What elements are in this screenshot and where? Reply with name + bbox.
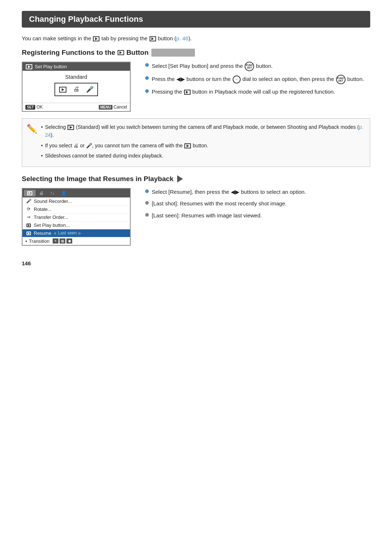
note-box: ✏️ Selecting (Standard) will let you swi… [22, 118, 370, 167]
dial-icon: ○ [233, 75, 241, 83]
section1-heading: Registering Functions to the Button [22, 49, 370, 57]
tab-user: 👤 [58, 190, 69, 196]
menu-row-setplay: Set Play button... [23, 221, 130, 229]
bullet-item: Select [Set Play button] and press the F… [145, 62, 370, 71]
menu-row-resume: Resume ◀ Last seen ▶ [23, 229, 130, 237]
trans-icon-solid: ◼ [66, 238, 72, 244]
intro-text: You can make settings in the tab by pres… [22, 34, 370, 43]
section1-camera-ui: Set Play button Standard 🖨 🎤 SET OK [22, 62, 134, 112]
func-btn-icon2: FUNCSET [336, 75, 346, 84]
icon-print: 🖨 [73, 86, 79, 93]
note-item: Selecting (Standard) will let you switch… [41, 123, 364, 139]
bullet-dot [145, 201, 149, 205]
tab-print: 🖨 [36, 190, 46, 196]
menu-label: Transition [29, 238, 50, 244]
camera-header-play-icon [26, 64, 32, 69]
intro-ref[interactable]: p. 46 [176, 35, 188, 41]
play-inline2 [184, 143, 191, 148]
bullet-text: Press the ◀▶ buttons or turn the ○ dial … [152, 75, 364, 84]
play-tab-icon [93, 36, 99, 41]
note-text: Slideshows cannot be started during inde… [45, 152, 163, 160]
bullet-text: Select [Set Play button] and press the F… [152, 62, 273, 71]
rotate-icon: ⟳ [25, 207, 32, 212]
menu-badge: MENU [99, 105, 112, 110]
right-arrow: ▶ [78, 231, 81, 236]
camera-box-body: Standard 🖨 🎤 [23, 71, 130, 103]
section1-content: Set Play button Standard 🖨 🎤 SET OK [22, 62, 370, 112]
camera-standard-label: Standard [26, 74, 126, 80]
sub-option-label: Last seen [58, 230, 77, 236]
camera-menu: 🎤 Sound Recorder... ⟳ Rotate... ⇒ Transf… [23, 197, 130, 245]
menu-row-rotate: ⟳ Rotate... [23, 205, 130, 213]
camera-box-footer: SET OK MENU Cancel [23, 103, 130, 111]
bullet-text: Pressing the button in Playback mode wil… [152, 88, 335, 96]
page-number: 146 [22, 260, 370, 266]
tab-sort: ↑↓ [47, 190, 57, 196]
trans-icon-grid: ▦ [60, 238, 65, 244]
ok-text: OK [36, 105, 42, 110]
transition-icons: ✕ ▦ ◼ [53, 238, 72, 244]
play-button-icon2 [184, 90, 191, 95]
bullet-dot [145, 89, 149, 93]
menu-cancel-label: MENU Cancel [99, 105, 127, 110]
note-text: If you select 🖨 or 🎤, you cannot turn th… [45, 142, 208, 150]
bullet-item: [Last shot]: Resumes with the most recen… [145, 200, 370, 208]
resume-icon [25, 231, 32, 235]
menu-row-sound: 🎤 Sound Recorder... [23, 197, 130, 205]
heading-bar [151, 49, 195, 57]
menu-label: Rotate... [34, 207, 52, 212]
menu-label: Resume [34, 230, 51, 236]
bullet-dot [145, 213, 149, 217]
bullet-item: Select [Resume], then press the ◀▶ butto… [145, 188, 370, 196]
set-ok-label: SET OK [25, 105, 43, 110]
bullet-item: Pressing the button in Playback mode wil… [145, 88, 370, 96]
bullet-text: Select [Resume], then press the ◀▶ butto… [152, 188, 306, 196]
section2-camera-ui: 🖨 ↑↓ 👤 🎤 Sound Recorder... ⟳ Rotate... ⇒… [22, 188, 134, 246]
note-item: If you select 🖨 or 🎤, you cannot turn th… [41, 142, 364, 150]
note-content: Selecting (Standard) will let you switch… [41, 123, 364, 162]
menu-row-transition: ▪ Transition ✕ ▦ ◼ [23, 237, 130, 245]
play-inline [68, 125, 74, 130]
cancel-text: Cancel [114, 105, 127, 110]
sound-icon: 🎤 [25, 199, 32, 204]
camera-box-2: 🖨 ↑↓ 👤 🎤 Sound Recorder... ⟳ Rotate... ⇒… [22, 188, 131, 246]
func-btn-icon: FUNCSET [245, 62, 254, 71]
camera-header-label: Set Play button [35, 64, 67, 69]
menu-row-transfer: ⇒ Transfer Order... [23, 213, 130, 221]
trans-icon-x: ✕ [53, 238, 58, 244]
menu-label: Transfer Order... [34, 214, 68, 220]
setplay-icon [25, 222, 32, 228]
camera-box-1: Set Play button Standard 🖨 🎤 SET OK [22, 62, 131, 112]
bullet-text: [Last shot]: Resumes with the most recen… [152, 200, 287, 208]
bullet-item: Press the ◀▶ buttons or turn the ○ dial … [145, 75, 370, 84]
transfer-icon: ⇒ [25, 214, 32, 220]
bullet-item: [Last seen]: Resumes with image last vie… [145, 212, 370, 220]
section2-heading: Selecting the Image that Resumes in Play… [22, 175, 370, 183]
section1-bullets: Select [Set Play button] and press the F… [145, 62, 370, 100]
bullet-dot [145, 189, 149, 193]
play-button-icon [150, 36, 156, 41]
icon-mic: 🎤 [86, 86, 94, 93]
page-title: Changing Playback Functions [22, 11, 370, 28]
camera-tabs: 🖨 ↑↓ 👤 [23, 189, 130, 197]
icon-play [59, 86, 67, 93]
bullet-dot [145, 63, 149, 67]
bullet-dot [145, 76, 149, 80]
note-ref1[interactable]: p. 24 [45, 124, 363, 138]
note-text: Selecting (Standard) will let you switch… [45, 123, 364, 139]
set-badge: SET [25, 105, 35, 110]
note-icon: ✏️ [26, 124, 37, 134]
heading-triangle [177, 175, 183, 183]
section2-bullets: Select [Resume], then press the ◀▶ butto… [145, 188, 370, 224]
camera-box-header: Set Play button [23, 62, 130, 71]
menu-label: Set Play button... [34, 222, 70, 228]
note-item: Slideshows cannot be started during inde… [41, 152, 364, 160]
menu-label: Sound Recorder... [34, 199, 72, 204]
tab-play [24, 190, 36, 196]
section2-content: 🖨 ↑↓ 👤 🎤 Sound Recorder... ⟳ Rotate... ⇒… [22, 188, 370, 246]
left-arrow: ◀ [53, 231, 56, 236]
bullet-text: [Last seen]: Resumes with image last vie… [152, 212, 262, 220]
play-button-heading-icon [118, 50, 124, 55]
transition-icon: ▪ [25, 238, 27, 244]
camera-icon-row: 🖨 🎤 [54, 83, 98, 96]
